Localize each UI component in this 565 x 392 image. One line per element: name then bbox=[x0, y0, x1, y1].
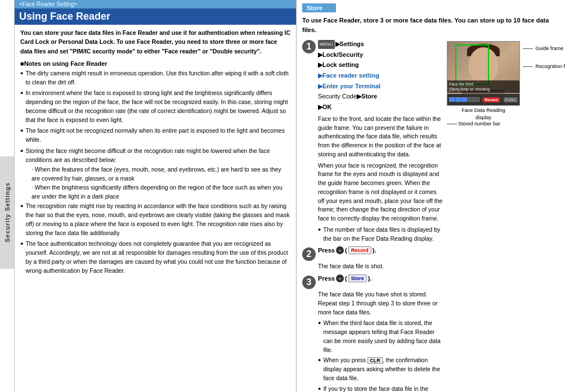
breadcrumb: <Face Reader Setting> bbox=[15, 0, 296, 8]
note-1: The dirty camera might result in erroneo… bbox=[25, 69, 290, 87]
bullet-icon: ● bbox=[20, 148, 23, 165]
bullet-icon: ● bbox=[318, 386, 321, 392]
step-3-content: Press ● (Store). bbox=[318, 274, 371, 282]
step-2-desc: The face data file is shot. bbox=[318, 262, 443, 271]
sidebar: Security Settings bbox=[0, 0, 15, 392]
bullet-icon: ● bbox=[20, 90, 23, 124]
step-number-2: 2 bbox=[302, 247, 316, 261]
stored-bar-label: Stored number bar bbox=[447, 121, 559, 127]
step-3-note-3: If you try to store the face data file i… bbox=[323, 385, 443, 392]
bullet-icon: ● bbox=[20, 70, 23, 87]
step-3-note-1: When the third face data file is stored,… bbox=[323, 319, 443, 354]
note-3: The face might not be recognized normall… bbox=[25, 127, 290, 145]
step-1: 1 MENU▶Settings ▶Lock/Security ▶Lock set… bbox=[302, 39, 443, 112]
bullet-icon: ● bbox=[20, 241, 23, 275]
bullet-icon: ● bbox=[20, 128, 23, 145]
step-2-content: Press ● (Record). bbox=[318, 246, 376, 254]
sidebar-label: Security Settings bbox=[0, 156, 14, 269]
face-reading-display: Face the front [0]key:Help w/ shooting bbox=[447, 41, 520, 106]
step-3: 3 Press ● (Store). bbox=[302, 274, 443, 289]
note-6: The face authentication technology does … bbox=[25, 240, 290, 275]
bullet-icon: ● bbox=[318, 320, 321, 354]
recognition-frame-label: Recognition frame bbox=[523, 64, 565, 69]
step-number-3: 3 bbox=[302, 276, 316, 289]
store-intro: To use Face Reader, store 3 or more face… bbox=[302, 16, 559, 34]
page-title: Using Face Reader bbox=[15, 8, 296, 25]
step-3-note-2: When you press CLR, the confirmation dis… bbox=[323, 356, 443, 382]
step-2: 2 Press ● (Record). bbox=[302, 246, 443, 261]
step-1-desc2: When your face is recognized, the recogn… bbox=[318, 161, 443, 223]
store-header: Store bbox=[302, 3, 336, 12]
bullet-icon: ● bbox=[20, 203, 23, 237]
bullet-icon: ● bbox=[318, 357, 321, 382]
notes-header: ■Notes on using Face Reader bbox=[20, 60, 290, 67]
step-number-1: 1 bbox=[302, 40, 316, 53]
bullet-icon: ● bbox=[318, 227, 321, 244]
step-1-content: MENU▶Settings ▶Lock/Security ▶Lock setti… bbox=[318, 39, 380, 112]
face-reading-caption: Face Data Reading display bbox=[447, 107, 520, 121]
step-1-note: The number of face data files is display… bbox=[323, 226, 443, 244]
note-4: Storing the face might become difficult … bbox=[25, 147, 290, 165]
record-button-display: Record bbox=[483, 97, 500, 102]
step-1-desc: Face to the front, and locate the face w… bbox=[318, 115, 443, 159]
step-3-desc: The face data file you have shot is stor… bbox=[318, 290, 443, 317]
sub-note-2: · When the brightness significantly diff… bbox=[32, 183, 290, 201]
note-5: The recognition rate might rise by react… bbox=[25, 202, 290, 237]
note-2: In environment where the face is exposed… bbox=[25, 89, 290, 124]
guide-frame-label: Guide frame bbox=[523, 46, 565, 51]
func-button-display: FUNC bbox=[504, 97, 518, 102]
intro-text: You can store your face data files in Fa… bbox=[20, 28, 290, 56]
sub-note-1: · When the features of the face (eyes, m… bbox=[32, 165, 290, 183]
